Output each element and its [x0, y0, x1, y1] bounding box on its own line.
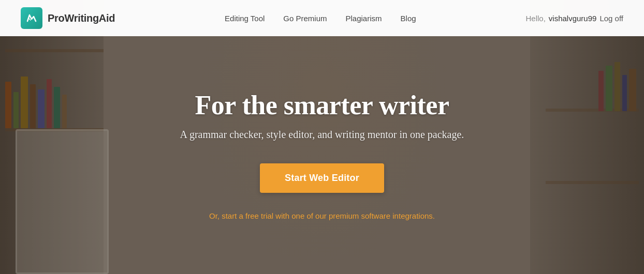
nav-plagiarism[interactable]: Plagiarism — [346, 14, 382, 23]
brand-name: ProWritingAid — [48, 12, 115, 24]
navbar: ProWritingAid Editing Tool Go Premium Pl… — [0, 0, 644, 36]
logo-icon — [21, 7, 42, 29]
logo-area: ProWritingAid — [21, 7, 115, 29]
hero-title: For the smarter writer — [195, 90, 449, 120]
nav-hello-label: Hello, — [525, 14, 545, 23]
hero-section: For the smarter writer A grammar checker… — [0, 36, 644, 274]
start-web-editor-button[interactable]: Start Web Editor — [260, 163, 384, 193]
nav-user-area: Hello, vishalvguru99 Log off — [525, 14, 623, 23]
page: ProWritingAid Editing Tool Go Premium Pl… — [0, 0, 644, 274]
hero-subtitle: A grammar checker, style editor, and wri… — [180, 129, 464, 141]
nav-blog[interactable]: Blog — [401, 14, 416, 23]
nav-logoff-link[interactable]: Log off — [599, 14, 623, 23]
nav-username: vishalvguru99 — [549, 14, 597, 23]
nav-go-premium[interactable]: Go Premium — [283, 14, 327, 23]
nav-links: Editing Tool Go Premium Plagiarism Blog — [225, 14, 416, 23]
hero-secondary-text: Or, start a free trial with one of our p… — [209, 211, 435, 220]
nav-editing-tool[interactable]: Editing Tool — [225, 14, 265, 23]
